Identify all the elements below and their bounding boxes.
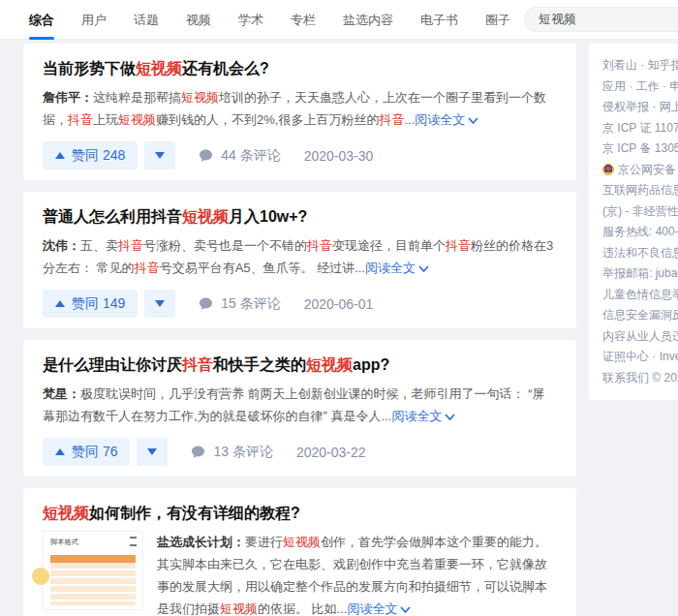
highlight-keyword: 短视频	[181, 90, 219, 105]
nav-tab[interactable]: 视频	[186, 0, 211, 40]
search-input-value: 短视频	[539, 11, 576, 28]
text-segment: 和快手之类的	[213, 356, 306, 373]
text-segment: 如何制作，有没有详细的教程?	[89, 505, 300, 521]
nav-tab[interactable]: 专栏	[291, 0, 316, 40]
author-name[interactable]: 詹伟平：	[43, 90, 93, 105]
chevron-down-icon	[400, 606, 411, 614]
text-segment: 普通人怎么利用抖音	[43, 208, 182, 225]
result-title[interactable]: 当前形势下做短视频还有机会么?	[43, 57, 557, 80]
result-excerpt: 盐选成长计划：要进行短视频创作，首先学会做脚本这个重要的能力。其实脚本由来已久，…	[157, 531, 557, 616]
text-segment: 上玩	[93, 112, 118, 127]
search-input[interactable]: 短视频	[524, 7, 678, 32]
footer-link[interactable]: 京 ICP 证 110745 号	[602, 118, 678, 139]
read-more-link[interactable]: 阅读全文	[391, 409, 455, 423]
chevron-down-icon	[468, 117, 478, 125]
footer-link[interactable]: 京公网安备 110	[602, 160, 678, 181]
author-name[interactable]: 盐选成长计划：	[157, 535, 245, 549]
footer-link-label: 儿童色情信息举报专	[602, 285, 678, 306]
result-content: 梵星：极度耽误时间，几乎没有营养 前两天上创新创业课的时候，老师引用了一句话： …	[43, 383, 557, 427]
text-segment: 要进行	[245, 535, 283, 549]
footer-link[interactable]: 刘看山 · 知乎指南	[602, 55, 678, 77]
text-segment: ...	[404, 112, 415, 127]
highlight-keyword: 短视频	[43, 505, 89, 521]
footer-link[interactable]: 联系我们 © 2021 知	[602, 368, 678, 389]
nav-tab[interactable]: 盐选内容	[343, 0, 393, 40]
footer-link[interactable]: 内容从业人员违法	[602, 326, 678, 348]
read-more-link[interactable]: 阅读全文	[365, 261, 429, 275]
nav-tab[interactable]: 圈子	[485, 0, 510, 40]
read-more-link[interactable]: 阅读全文	[347, 601, 411, 616]
comments-button[interactable]: 44 条评论	[199, 147, 280, 165]
comment-icon	[199, 148, 213, 163]
footer-link-label: 京公网安备 110	[618, 160, 678, 181]
footer-link-label: (京) - 非经营性 -	[602, 201, 678, 223]
comment-icon	[191, 445, 205, 459]
comments-button[interactable]: 15 条评论	[199, 295, 280, 313]
nav-tab[interactable]: 学术	[238, 0, 263, 40]
upvote-button[interactable]: 赞同 76	[43, 438, 130, 466]
upvote-button[interactable]: 赞同 248	[43, 141, 138, 169]
footer-link[interactable]: 证照中心 · Investor	[602, 347, 678, 368]
author-name[interactable]: 沈伟：	[43, 238, 80, 253]
upvote-icon	[55, 152, 65, 159]
text-segment: 是什么理由让你讨厌	[43, 356, 182, 373]
footer-link-label: 证照中心 · Investor	[602, 347, 678, 368]
footer-link[interactable]: 儿童色情信息举报专	[602, 285, 678, 306]
footer-link[interactable]: (京) - 非经营性 -	[602, 201, 678, 223]
chevron-down-icon	[418, 265, 429, 273]
downvote-icon	[155, 152, 165, 159]
footer-link-label: 应用 · 工作 · 申请开	[602, 77, 678, 98]
nav-tab[interactable]: 话题	[134, 0, 159, 40]
result-body: 脚本格式 盐选成长计划：要进行短视频创作，首先学会做脚本这个重要的能力。其实脚本…	[43, 531, 557, 616]
result-title[interactable]: 是什么理由让你讨厌抖音和快手之类的短视频app?	[43, 354, 557, 377]
floating-dot	[32, 568, 49, 585]
nav-tab[interactable]: 综合	[29, 0, 54, 40]
footer-link[interactable]: 京 ICP 备 13052560	[602, 139, 678, 160]
downvote-button[interactable]	[144, 141, 175, 169]
upvote-button[interactable]: 赞同 149	[43, 290, 138, 318]
footer-link-label: 内容从业人员违法	[602, 326, 678, 348]
highlight-keyword: 抖音	[118, 238, 143, 253]
result-thumbnail[interactable]: 脚本格式	[43, 531, 143, 610]
downvote-button[interactable]	[137, 438, 168, 466]
author-name[interactable]: 梵星：	[43, 386, 80, 401]
text-segment: 这纯粹是那帮搞	[93, 90, 181, 105]
highlight-keyword: 短视频	[118, 112, 156, 127]
highlight-keyword: 短视频	[283, 535, 321, 549]
footer-link-label: 联系我们 © 2021 知	[602, 368, 678, 389]
result-title[interactable]: 普通人怎么利用抖音短视频月入10w+?	[43, 205, 557, 229]
footer-link-label: 信息安全漏洞反馈	[602, 305, 678, 326]
read-more-link[interactable]: 阅读全文	[415, 112, 478, 127]
footer-link[interactable]: 服务热线: 400-91	[602, 222, 678, 243]
footer-link-label: 服务热线: 400-91	[602, 222, 678, 243]
result-date: 2020-03-30	[304, 148, 374, 164]
text-segment: 当前形势下做	[43, 60, 136, 77]
highlight-keyword: 短视频	[182, 208, 229, 225]
footer-link[interactable]: 互联网药品信息服务	[602, 180, 678, 201]
footer-link[interactable]: 违法和不良信息举报	[602, 243, 678, 264]
result-date: 2020-06-01	[304, 296, 374, 312]
result-title[interactable]: 短视频如何制作，有没有详细的教程?	[43, 502, 557, 525]
search-results-list: 当前形势下做短视频还有机会么? 詹伟平：这纯粹是那帮搞短视频培训的孙子，天天蛊惑…	[23, 44, 576, 616]
search-result-card: 当前形势下做短视频还有机会么? 詹伟平：这纯粹是那帮搞短视频培训的孙子，天天蛊惑…	[23, 44, 576, 180]
footer-link[interactable]: 举报邮箱: jubao@	[602, 263, 678, 285]
upvote-icon	[55, 448, 65, 455]
downvote-icon	[155, 300, 165, 307]
footer-link[interactable]: 信息安全漏洞反馈	[602, 305, 678, 326]
upvote-icon	[55, 300, 65, 307]
nav-tab[interactable]: 用户	[81, 0, 107, 40]
footer-link[interactable]: 应用 · 工作 · 申请开	[602, 77, 678, 98]
highlight-keyword: 抖音	[135, 261, 160, 275]
nav-tab[interactable]: 电子书	[420, 0, 458, 40]
comments-button[interactable]: 13 条评论	[191, 444, 272, 461]
text-segment: 极度耽误时间，几乎没有营养 前两天上创新创业课的时候，老师引用了一句话： “屏幕…	[43, 386, 545, 423]
text-segment: 赚到钱的人，不到2%,很多上百万粉丝的	[156, 112, 379, 127]
footer-link-label: 侵权举报 · 网上有害	[602, 97, 678, 118]
footer-link[interactable]: 侵权举报 · 网上有害	[602, 97, 678, 118]
downvote-button[interactable]	[144, 290, 175, 318]
search-result-card: 普通人怎么利用抖音短视频月入10w+? 沈伟：五、卖抖音号涨粉、卖号也是一个不错…	[23, 192, 576, 328]
thumbnail-table-graphic	[50, 555, 136, 605]
footer-link-label: 违法和不良信息举报	[602, 243, 678, 264]
text-segment: 号涨粉、卖号也是一个不错的	[143, 238, 307, 253]
highlight-keyword: 抖音	[182, 356, 213, 373]
